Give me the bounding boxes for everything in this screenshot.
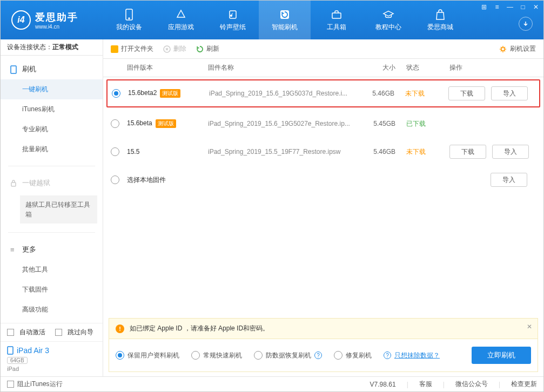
- import-button[interactable]: 导入: [491, 173, 527, 187]
- sidebar-head-more[interactable]: ≡ 更多: [1, 239, 103, 260]
- sidebar-item-batch[interactable]: 批量刷机: [1, 139, 103, 159]
- bag-icon: [434, 9, 446, 21]
- graduation-icon: [382, 9, 394, 21]
- firmware-filename: iPad_Spring_2019_15.6_19G5037d_Restore.i…: [209, 90, 362, 97]
- opt-anti-recovery[interactable]: 防数据恢复刷机 ?: [254, 351, 322, 360]
- auto-activate-row: 自动激活 跳过向导: [1, 323, 103, 341]
- flash-settings-button[interactable]: 刷机设置: [499, 44, 536, 53]
- option-radio[interactable]: [191, 351, 200, 360]
- block-itunes-label: 阻止iTunes运行: [17, 380, 63, 389]
- phone-mini-icon: [10, 65, 18, 73]
- toolbar: 打开文件夹 删除 刷新 刷机设置: [103, 39, 543, 59]
- local-radio[interactable]: [111, 175, 119, 184]
- tablet-icon: [7, 346, 14, 355]
- support-link[interactable]: 客服: [419, 380, 432, 389]
- delete-button[interactable]: 删除: [163, 44, 186, 53]
- import-button[interactable]: 导入: [491, 86, 528, 100]
- refresh-square-icon: [279, 9, 291, 21]
- delete-icon: [163, 45, 171, 53]
- app-title: 爱思助手: [35, 11, 78, 24]
- test-badge: 测试版: [156, 119, 176, 128]
- opt-repair[interactable]: 修复刷机: [334, 351, 372, 360]
- select-local-label: 选择本地固件: [127, 176, 166, 184]
- window-controls: ⊞ ≡ — □ ✕: [480, 3, 540, 11]
- sidebar-head-flash[interactable]: 刷机: [1, 59, 103, 79]
- import-button[interactable]: 导入: [492, 145, 529, 159]
- refresh-button[interactable]: 刷新: [196, 44, 219, 53]
- help-icon[interactable]: ?: [314, 352, 322, 359]
- firmware-version: 15.6beta2: [128, 89, 157, 97]
- firmware-size: 5.46GB: [362, 90, 405, 97]
- minimize-icon[interactable]: —: [506, 3, 514, 11]
- connection-mode: 正常模式: [52, 43, 78, 52]
- svg-rect-2: [230, 11, 236, 18]
- close-icon[interactable]: ✕: [532, 3, 540, 11]
- select-local-row: 选择本地固件 导入: [103, 166, 543, 194]
- app-header: i4 爱思助手 www.i4.cn 我的设备 应用游戏 铃声壁纸 智能刷机 工具…: [1, 1, 543, 39]
- sidebar-item-pro[interactable]: 专业刷机: [1, 119, 103, 139]
- lock-icon: [10, 179, 18, 187]
- svg-rect-7: [8, 347, 13, 354]
- block-itunes-checkbox[interactable]: [7, 381, 14, 388]
- test-badge: 测试版: [160, 89, 180, 98]
- erase-data-link[interactable]: 只想抹除数据？: [394, 351, 440, 360]
- alert-close-button[interactable]: ✕: [527, 323, 532, 330]
- device-type: iPad: [7, 366, 96, 372]
- device-name: iPad Air 3: [7, 346, 96, 355]
- opt-normal[interactable]: 常规快速刷机: [191, 351, 242, 360]
- nav-smart-flash[interactable]: 智能刷机: [259, 1, 311, 39]
- sidebar-item-download[interactable]: 下载固件: [1, 280, 103, 300]
- table-header: 固件版本 固件名称 大小 状态 操作: [103, 59, 543, 77]
- sidebar-item-itunes[interactable]: iTunes刷机: [1, 99, 103, 119]
- auto-activate-checkbox[interactable]: [7, 329, 14, 336]
- nav-tutorials[interactable]: 教程中心: [362, 1, 414, 39]
- refresh-icon: [196, 45, 204, 53]
- status-bar: 阻止iTunes运行 V7.98.61 | 客服 | 微信公众号 | 检查更新: [1, 376, 543, 391]
- th-status: 状态: [406, 63, 449, 72]
- maximize-icon[interactable]: □: [519, 3, 527, 11]
- opt-keep-data[interactable]: 保留用户资料刷机: [116, 351, 179, 360]
- nav-toolbox[interactable]: 工具箱: [311, 1, 362, 39]
- firmware-radio[interactable]: [111, 147, 119, 156]
- option-radio[interactable]: [116, 351, 124, 360]
- firmware-status: 未下载: [405, 89, 448, 98]
- auto-activate-label: 自动激活: [19, 328, 45, 337]
- download-button[interactable]: 下载: [449, 145, 486, 159]
- sidebar-item-oneclick[interactable]: 一键刷机: [1, 79, 103, 99]
- version-label: V7.98.61: [370, 381, 396, 388]
- divider: [8, 232, 95, 233]
- firmware-size: 5.45GB: [363, 120, 406, 127]
- nav-ringtones[interactable]: 铃声壁纸: [207, 1, 259, 39]
- open-folder-button[interactable]: 打开文件夹: [111, 44, 153, 53]
- nav-apps[interactable]: 应用游戏: [155, 1, 207, 39]
- th-action: 操作: [449, 63, 536, 72]
- option-radio[interactable]: [334, 351, 342, 360]
- nav-my-device[interactable]: 我的设备: [103, 1, 155, 39]
- option-radio[interactable]: [254, 351, 263, 360]
- wechat-link[interactable]: 微信公众号: [455, 380, 488, 389]
- app-subtitle: www.i4.cn: [35, 24, 78, 30]
- sidebar-item-other[interactable]: 其他工具: [1, 260, 103, 280]
- check-update-link[interactable]: 检查更新: [511, 380, 537, 389]
- sidebar-item-advanced[interactable]: 高级功能: [1, 300, 103, 320]
- firmware-radio[interactable]: [112, 89, 120, 98]
- toolbox-icon: [331, 9, 342, 21]
- firmware-filename: iPad_Spring_2019_15.5_19F77_Restore.ipsw: [208, 148, 363, 156]
- help-icon[interactable]: ?: [384, 352, 391, 359]
- skip-guide-checkbox[interactable]: [55, 329, 62, 336]
- logo-icon: i4: [11, 10, 31, 30]
- device-info[interactable]: iPad Air 3 64GB iPad: [1, 341, 103, 376]
- firmware-radio[interactable]: [111, 119, 119, 128]
- skip-guide-label: 跳过向导: [68, 328, 93, 337]
- download-button[interactable]: 下载: [448, 86, 485, 100]
- firmware-size: 5.46GB: [363, 148, 406, 156]
- svg-rect-6: [11, 183, 16, 186]
- flash-now-button[interactable]: 立即刷机: [472, 347, 531, 364]
- firmware-row: 15.6beta测试版 iPad_Spring_2019_15.6_19G502…: [103, 110, 543, 138]
- scroll-down-button[interactable]: [519, 17, 533, 31]
- logo-area: i4 爱思助手 www.i4.cn: [1, 10, 103, 30]
- grid-icon[interactable]: ⊞: [480, 3, 488, 11]
- svg-point-1: [129, 18, 130, 19]
- menu-icon[interactable]: ≡: [493, 3, 501, 11]
- nav-store[interactable]: 爱思商城: [414, 1, 466, 39]
